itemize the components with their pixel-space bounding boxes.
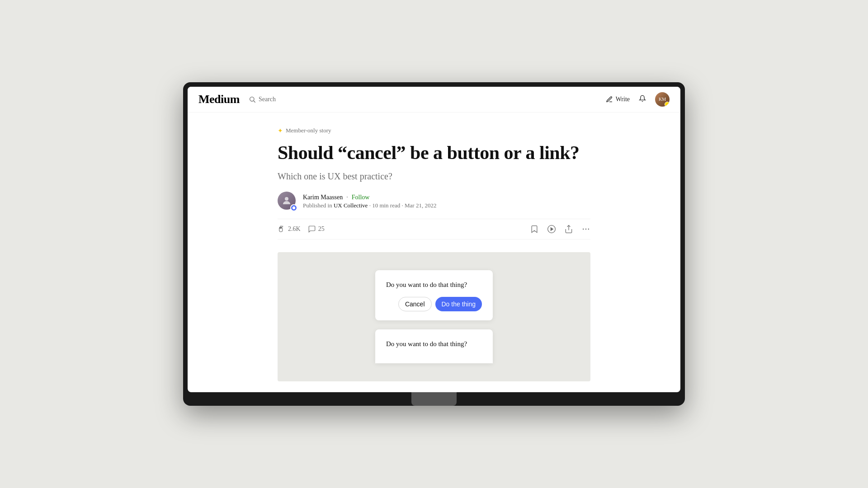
cancel-button[interactable]: Cancel xyxy=(398,297,432,311)
bookmark-button[interactable] xyxy=(530,225,539,234)
article-image-area: Do you want to do that thing? Cancel Do … xyxy=(278,252,590,381)
more-icon xyxy=(581,225,590,234)
write-icon xyxy=(606,96,613,103)
svg-point-3 xyxy=(292,206,295,209)
svg-line-1 xyxy=(254,101,255,103)
dialog-card-2: Do you want to do that thing? xyxy=(375,329,493,363)
svg-marker-5 xyxy=(551,228,553,231)
svg-point-7 xyxy=(583,229,584,230)
svg-point-2 xyxy=(285,197,288,201)
comment-icon xyxy=(308,225,316,233)
stats-right xyxy=(530,225,590,234)
search-icon xyxy=(249,96,256,103)
bell-icon xyxy=(639,95,646,102)
claps-stat[interactable]: 2.6K xyxy=(278,225,301,233)
dialog-card-1: Do you want to do that thing? Cancel Do … xyxy=(375,270,493,320)
read-time: 10 min read xyxy=(372,202,400,209)
author-name[interactable]: Karim Maassen xyxy=(303,194,343,201)
play-button[interactable] xyxy=(547,225,556,234)
publish-date: Mar 21, 2022 xyxy=(405,202,436,209)
member-badge-text: Member-only story xyxy=(286,127,331,134)
write-button[interactable]: Write xyxy=(606,96,630,103)
star-icon: ✦ xyxy=(278,127,283,135)
brand-logo[interactable]: Medium xyxy=(198,93,240,106)
stats-left: 2.6K 25 xyxy=(278,225,325,233)
follow-button[interactable]: Follow xyxy=(352,194,370,201)
dialog-2-question: Do you want to do that thing? xyxy=(386,340,482,348)
author-avatar-wrap xyxy=(278,192,297,211)
article-title: Should “cancel” be a button or a link? xyxy=(278,142,590,164)
bell-button[interactable] xyxy=(639,95,646,104)
confirm-button[interactable]: Do the thing xyxy=(435,297,482,311)
navbar: Medium Search Write xyxy=(188,87,680,113)
comments-stat[interactable]: 25 xyxy=(308,225,325,233)
share-button[interactable] xyxy=(564,225,573,234)
dialog-1-question: Do you want to do that thing? xyxy=(386,281,482,289)
svg-point-0 xyxy=(250,97,254,101)
bookmark-icon xyxy=(530,225,539,234)
search-label: Search xyxy=(259,96,276,103)
clap-icon xyxy=(278,225,286,233)
avatar: KM xyxy=(655,92,670,107)
author-row: Karim Maassen · Follow Published in UX C… xyxy=(278,192,590,211)
write-label: Write xyxy=(616,96,630,103)
navbar-right: Write KM xyxy=(606,92,670,107)
user-avatar[interactable]: KM xyxy=(655,92,670,107)
published-in-text: Published in xyxy=(303,202,332,209)
claps-count: 2.6K xyxy=(288,225,301,233)
comments-count: 25 xyxy=(318,225,325,233)
author-info: Karim Maassen · Follow Published in UX C… xyxy=(303,194,436,209)
article-subtitle: Which one is UX best practice? xyxy=(278,170,590,183)
stats-bar: 2.6K 25 xyxy=(278,219,590,239)
share-icon xyxy=(564,225,573,234)
svg-point-8 xyxy=(585,229,587,230)
play-icon xyxy=(547,225,556,234)
author-name-row: Karim Maassen · Follow xyxy=(303,194,436,201)
author-meta: Published in UX Collective · 10 min read… xyxy=(303,202,436,209)
more-button[interactable] xyxy=(581,225,590,234)
author-badge-icon xyxy=(290,204,297,211)
article-content: ✦ Member-only story Should “cancel” be a… xyxy=(267,113,601,381)
search-bar[interactable]: Search xyxy=(249,96,276,103)
avatar-badge xyxy=(665,102,670,107)
svg-point-9 xyxy=(588,229,590,230)
publication-link[interactable]: UX Collective xyxy=(334,202,368,209)
member-badge: ✦ Member-only story xyxy=(278,127,590,135)
monitor-stand xyxy=(411,392,457,406)
dialog-1-actions: Cancel Do the thing xyxy=(386,297,482,311)
